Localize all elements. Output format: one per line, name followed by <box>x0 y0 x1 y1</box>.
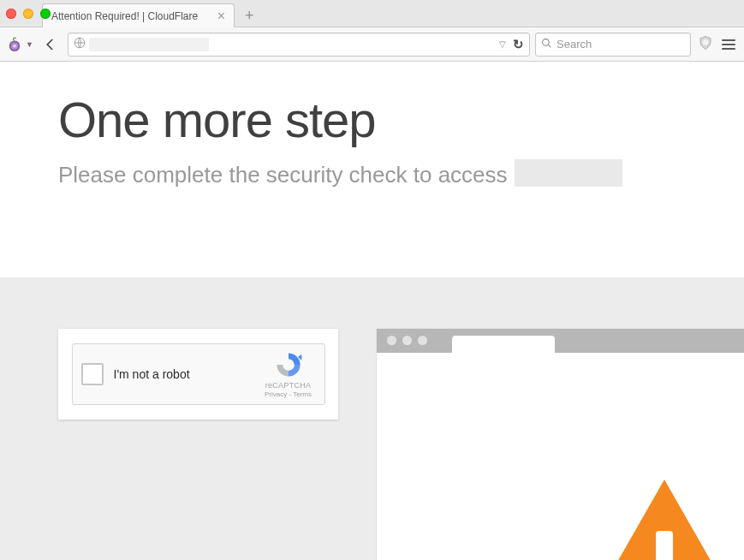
recaptcha-checkbox[interactable] <box>81 363 104 385</box>
recaptcha-brand-text: reCAPTCHA <box>261 381 316 390</box>
search-input[interactable] <box>557 38 685 51</box>
zoom-window-icon[interactable] <box>40 9 51 19</box>
tor-menu-chevron-icon[interactable]: ▼ <box>26 40 33 49</box>
hero: One more step Please complete the securi… <box>0 62 744 188</box>
url-bar[interactable]: ▽ ↻ <box>68 33 530 57</box>
recaptcha-logo-icon <box>274 350 303 379</box>
page-content: One more step Please complete the securi… <box>0 62 744 188</box>
recaptcha-terms-link[interactable]: Terms <box>293 390 312 398</box>
recaptcha-label: I'm not a robot <box>114 367 261 381</box>
illustration-chrome <box>377 329 744 353</box>
tab-bar: Attention Required! | CloudFlare × + <box>0 0 744 27</box>
back-button[interactable] <box>39 33 62 57</box>
svg-point-5 <box>703 39 709 45</box>
browser-tab[interactable]: Attention Required! | CloudFlare × <box>42 3 235 27</box>
recaptcha-links: Privacy - Terms <box>261 390 316 398</box>
domain-redacted <box>515 159 622 187</box>
svg-point-4 <box>543 39 550 45</box>
recaptcha-widget: I'm not a robot reCAPTCHA Privacy - Term… <box>72 343 325 405</box>
recaptcha-card: I'm not a robot reCAPTCHA Privacy - Term… <box>58 329 338 420</box>
subtitle-text: Please complete the security check to ac… <box>58 162 508 188</box>
menu-button[interactable] <box>720 39 737 50</box>
tab-close-icon[interactable]: × <box>217 9 225 23</box>
page-title: One more step <box>58 91 744 148</box>
illustration-tab <box>452 336 555 353</box>
illustration-window-dots <box>387 336 427 345</box>
warning-triangle-icon <box>579 480 744 560</box>
recaptcha-privacy-link[interactable]: Privacy <box>265 390 287 398</box>
security-shield-icon[interactable] <box>696 35 715 54</box>
search-icon <box>541 38 552 51</box>
url-history-chevron-icon[interactable]: ▽ <box>499 39 506 49</box>
page-subtitle: Please complete the security check to ac… <box>58 155 744 188</box>
tab-title: Attention Required! | CloudFlare <box>51 10 212 22</box>
globe-icon <box>74 37 86 51</box>
close-window-icon[interactable] <box>6 9 16 19</box>
reload-button[interactable]: ↻ <box>513 37 524 52</box>
window-controls <box>6 9 51 19</box>
url-redacted <box>89 38 209 51</box>
svg-point-2 <box>13 45 16 48</box>
tor-onion-icon[interactable] <box>7 37 22 52</box>
toolbar: ▼ ▽ ↻ <box>0 27 744 62</box>
svg-rect-7 <box>656 531 673 560</box>
new-tab-button[interactable]: + <box>245 7 254 25</box>
search-box[interactable] <box>535 33 691 57</box>
minimize-window-icon[interactable] <box>23 9 33 19</box>
recaptcha-branding: reCAPTCHA Privacy - Terms <box>261 350 316 398</box>
